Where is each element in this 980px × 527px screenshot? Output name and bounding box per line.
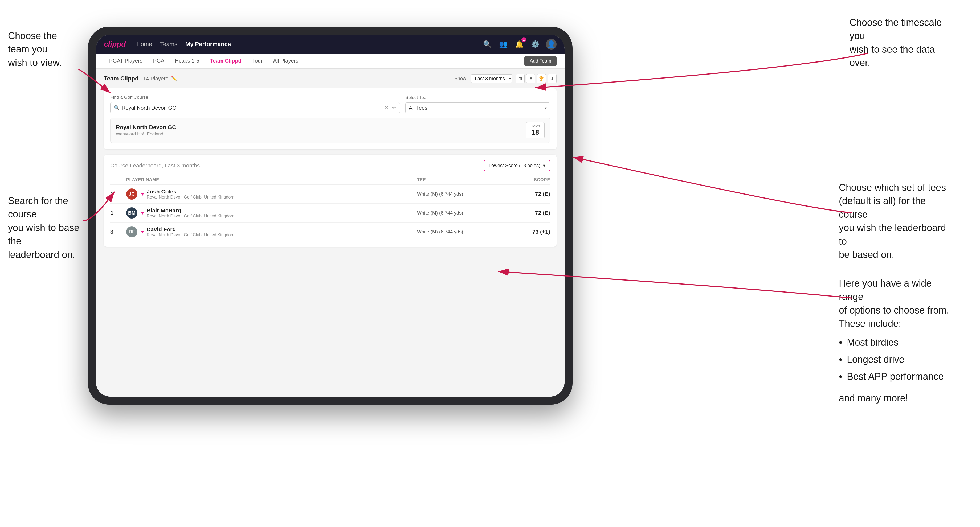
course-result: Royal North Devon GC Westward Ho!, Engla… [110,117,550,143]
main-content: Team Clippd | 14 Players ✏️ Show: Last 3… [96,69,565,397]
bell-icon[interactable]: 🔔 [514,39,525,49]
col-player: PLAYER NAME [126,178,417,182]
favorite-heart-1[interactable]: ♥ [141,191,144,197]
holes-label: Holes [530,124,540,128]
table-row: 1 JC ♥ Josh Coles Royal North Devon Golf… [110,185,550,204]
favorite-heart-2[interactable]: ♥ [141,210,144,216]
sub-nav-pga[interactable]: PGA [148,54,170,68]
player-details-1: Josh Coles Royal North Devon Golf Club, … [147,189,234,200]
settings-icon[interactable]: ⚙️ [530,39,541,49]
leaderboard-table: PLAYER NAME TEE SCORE 1 JC ♥ [110,175,550,241]
option-drive: Longest drive [839,353,956,366]
sub-nav-tour[interactable]: Tour [247,54,268,68]
annotation-tees: Choose which set of tees(default is all)… [839,181,956,261]
course-info: Royal North Devon GC Westward Ho!, Engla… [116,124,176,137]
nav-link-performance[interactable]: My Performance [185,41,231,48]
annotation-search-course: Search for the courseyou wish to base th… [8,194,85,261]
rank-number-3: 3 [110,229,113,235]
show-label: Show: [454,76,468,81]
annotation-choose-team: Choose the team youwish to view. [8,29,80,70]
player-details-3: David Ford Royal North Devon Golf Club, … [147,226,234,237]
rank-number-1: 1 [110,190,113,197]
favorite-heart-3[interactable]: ♥ [141,229,144,235]
tablet-screen: clippd Home Teams My Performance 🔍 👥 🔔 ⚙… [96,35,565,397]
player-details-2: Blair McHarg Royal North Devon Golf Club… [147,207,234,219]
team-count: | 14 Players [140,76,168,82]
clear-search-icon[interactable]: ✕ [385,105,388,110]
option-birdies: Most birdies [839,336,956,349]
player-avatar-1: JC [126,189,137,200]
player-info-3: DF ♥ David Ford Royal North Devon Golf C… [126,226,417,237]
tee-value: All Tees [409,105,428,111]
sub-nav-pgat[interactable]: PGAT Players [104,54,148,68]
app-container: clippd Home Teams My Performance 🔍 👥 🔔 ⚙… [96,35,565,397]
player-info-1: JC ♥ Josh Coles Royal North Devon Golf C… [126,189,417,200]
rank-cell-1: 1 [110,190,126,197]
sub-nav-team-clippd[interactable]: Team Clippd [205,54,247,68]
nav-links: Home Teams My Performance [136,41,482,48]
edit-icon[interactable]: ✏️ [171,76,177,81]
download-icon[interactable]: ⬇ [547,74,557,83]
team-header-right: Show: Last 3 months Last month Last 6 mo… [454,74,557,83]
leaderboard-header: Course Leaderboard, Last 3 months Lowest… [110,160,550,171]
table-row: 1 BM ♥ Blair McHarg Royal North Devon Go… [110,204,550,222]
tee-select[interactable]: All Tees ▾ [405,103,550,113]
table-row: 3 DF ♥ David Ford Royal North Devon Golf… [110,222,550,241]
nav-link-home[interactable]: Home [136,41,152,48]
option-app: Best APP performance [839,370,956,383]
rank-cell-2: 1 [110,210,126,216]
sub-nav: PGAT Players PGA Hcaps 1-5 Team Clippd T… [96,54,565,69]
grid-view-icon[interactable]: ⊞ [515,74,525,83]
tee-group: Select Tee All Tees ▾ [405,95,550,113]
course-search-group: Find a Golf Course 🔍 ✕ ☆ [110,95,400,113]
player-club-3: Royal North Devon Golf Club, United King… [147,233,234,237]
annotation-score-options: Here you have a wide rangeof options to … [839,277,956,405]
player-avatar-3: DF [126,226,137,237]
team-title: Team Clippd [104,75,138,82]
player-info-2: BM ♥ Blair McHarg Royal North Devon Golf… [126,207,417,219]
sub-nav-all-players[interactable]: All Players [268,54,304,68]
table-header: PLAYER NAME TEE SCORE [110,175,550,185]
nav-link-teams[interactable]: Teams [160,41,177,48]
col-tee: TEE [417,178,497,182]
tee-cell-3: White (M) (6,744 yds) [417,229,497,235]
sub-nav-hcaps[interactable]: Hcaps 1-5 [170,54,205,68]
tee-label: Select Tee [405,95,550,100]
timescale-select[interactable]: Last 3 months Last month Last 6 months L… [471,74,512,83]
options-list: Most birdies Longest drive Best APP perf… [839,336,956,384]
search-card: Find a Golf Course 🔍 ✕ ☆ Select Tee [104,88,557,149]
team-header: Team Clippd | 14 Players ✏️ Show: Last 3… [104,74,557,83]
player-name-3: David Ford [147,226,234,233]
trophy-icon[interactable]: 🏆 [537,74,546,83]
tee-cell-2: White (M) (6,744 yds) [417,210,497,216]
search-row: Find a Golf Course 🔍 ✕ ☆ Select Tee [110,95,550,113]
tee-cell-1: White (M) (6,744 yds) [417,191,497,197]
course-search-input[interactable] [122,105,382,111]
tee-chevron-icon: ▾ [545,106,547,110]
player-club-2: Royal North Devon Golf Club, United King… [147,214,234,219]
course-name: Royal North Devon GC [116,124,176,130]
people-icon[interactable]: 👥 [498,39,509,49]
leaderboard-card: Course Leaderboard, Last 3 months Lowest… [104,155,557,247]
view-icons: ⊞ ≡ 🏆 ⬇ [515,74,557,83]
player-club-1: Royal North Devon Golf Club, United King… [147,195,234,200]
rank-cell-3: 3 [110,229,126,235]
and-more: and many more! [839,392,956,405]
score-type-select[interactable]: Lowest Score (18 holes) ▾ [484,160,550,171]
search-icon[interactable]: 🔍 [482,39,493,49]
user-avatar[interactable]: 👤 [546,39,557,49]
nav-icons: 🔍 👥 🔔 ⚙️ 👤 [482,39,557,49]
favorite-icon[interactable]: ☆ [392,105,396,111]
nav-logo: clippd [104,40,126,48]
score-type-chevron: ▾ [543,163,546,168]
player-avatar-2: BM [126,207,137,219]
add-team-button[interactable]: Add Team [524,56,557,66]
player-name-2: Blair McHarg [147,207,234,214]
list-view-icon[interactable]: ≡ [526,74,535,83]
score-cell-3: 73 (+1) [497,229,550,235]
score-cell-2: 72 (E) [497,210,550,216]
holes-badge: Holes 18 [526,122,545,138]
rank-number-2: 1 [110,210,113,216]
score-type-label: Lowest Score (18 holes) [488,163,540,168]
tablet-frame: clippd Home Teams My Performance 🔍 👥 🔔 ⚙… [88,27,573,405]
